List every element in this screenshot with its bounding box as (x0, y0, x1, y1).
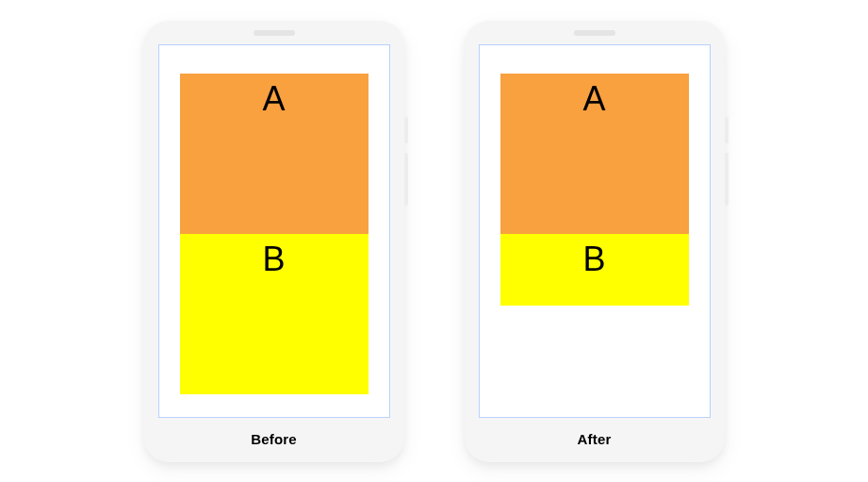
block-label: B (262, 240, 285, 394)
phone-after-unit: A B After (465, 21, 725, 462)
phone-mockup-before: A B Before (144, 21, 404, 462)
layout-block-b: B (180, 234, 368, 394)
phone-screen-before: A B (158, 44, 390, 418)
comparison-stage: A B Before A B After (0, 0, 868, 482)
layout-block-b: B (500, 234, 689, 306)
phone-speaker (254, 30, 295, 36)
phone-caption: After (577, 431, 611, 447)
layout-block-a: A (180, 74, 368, 234)
phone-speaker (574, 30, 615, 36)
phone-screen-after: A B (479, 44, 711, 418)
layout-block-a: A (500, 74, 689, 234)
block-label: A (262, 79, 285, 234)
block-label: B (582, 240, 605, 306)
block-label: A (582, 79, 605, 234)
phone-mockup-after: A B After (465, 21, 725, 462)
phone-caption: Before (251, 431, 297, 447)
phone-before-unit: A B Before (144, 21, 404, 462)
